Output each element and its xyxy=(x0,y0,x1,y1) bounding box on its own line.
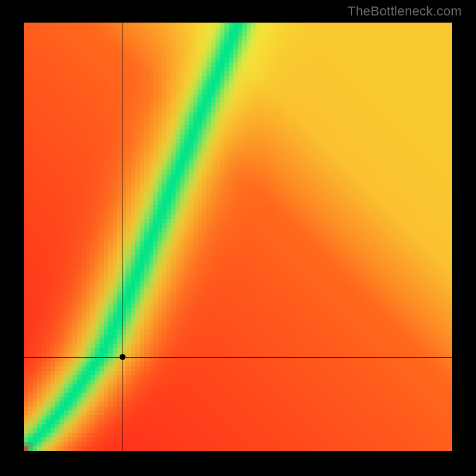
watermark-text: TheBottleneck.com xyxy=(347,4,462,19)
chart-frame: TheBottleneck.com xyxy=(0,0,476,476)
heatmap-canvas xyxy=(24,23,452,451)
